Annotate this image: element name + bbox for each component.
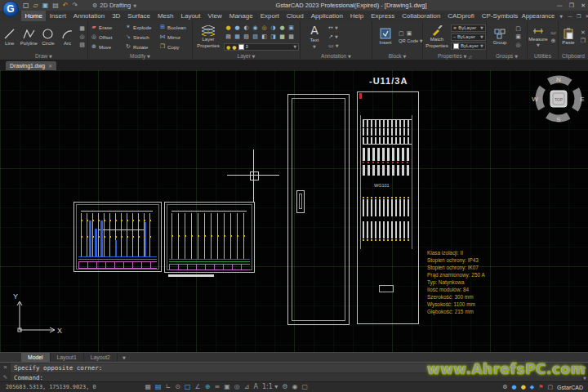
- group-button[interactable]: Group: [489, 21, 510, 52]
- color-select[interactable]: ByLayer ▼: [451, 42, 486, 50]
- module-row-1[interactable]: [363, 148, 412, 161]
- neutral-bus-line[interactable]: [78, 256, 157, 257]
- annotation-scale-control[interactable]: 1:1 ▾: [262, 382, 278, 392]
- blue-feeder-4[interactable]: [115, 240, 117, 257]
- tall-cabinet-outline[interactable]: [287, 94, 350, 325]
- layer-lock-icon[interactable]: ◐: [242, 24, 251, 33]
- layer-isolate-icon[interactable]: ◉: [251, 24, 260, 33]
- group-edit-tool[interactable]: ▣: [513, 33, 523, 40]
- modify-panel-label[interactable]: Modify ▼: [88, 52, 192, 60]
- red-marker[interactable]: [359, 93, 362, 99]
- move-tool[interactable]: ⊕ Move: [88, 42, 122, 51]
- specification-text-block[interactable]: Klasa izolacji: IIStopień ochrony: IP43S…: [427, 249, 485, 315]
- clipboard-panel-label[interactable]: Clipboard: [559, 52, 588, 60]
- block-panel-label[interactable]: Block ▼: [372, 52, 422, 60]
- new-file-icon[interactable]: ▢: [23, 0, 29, 11]
- ground-bus-line[interactable]: [78, 259, 157, 260]
- undo-icon[interactable]: ↶: [63, 0, 69, 11]
- hatch-tool[interactable]: ▨: [77, 42, 87, 48]
- mirror-tool[interactable]: ⋈ Mirror: [157, 32, 191, 42]
- small-component-box[interactable]: [379, 285, 394, 292]
- schematic-panel-b[interactable]: [164, 202, 255, 273]
- close-command-icon[interactable]: ✕: [3, 364, 7, 371]
- ortho-toggle[interactable]: ∟: [166, 382, 172, 392]
- lineweight-toggle[interactable]: ≡: [214, 382, 220, 392]
- compass-north-label[interactable]: N: [556, 76, 561, 83]
- workspace-gear-icon[interactable]: ⚙: [282, 382, 287, 392]
- tab-home[interactable]: Home: [21, 11, 46, 21]
- network-status-icon[interactable]: ◆: [530, 384, 534, 390]
- restore-button[interactable]: ❐: [569, 2, 574, 9]
- tab-express[interactable]: Express: [368, 11, 399, 21]
- qr-code-tool[interactable]: QR Code ▼: [399, 38, 423, 43]
- doc-restore-button[interactable]: ❐: [577, 13, 581, 19]
- indicator-dots-red[interactable]: [363, 162, 412, 163]
- redo-icon[interactable]: ↷: [73, 0, 78, 11]
- compass-east-label[interactable]: E: [580, 96, 584, 103]
- linetype-select[interactable]: ─ ByLayer ▼: [451, 33, 486, 41]
- dimension-bar[interactable]: [168, 274, 214, 277]
- terminal-row-1[interactable]: [363, 199, 412, 216]
- legend-table[interactable]: [78, 261, 157, 269]
- layout2-tab[interactable]: Layout2: [84, 353, 118, 363]
- annotation-panel-label[interactable]: Annotation ▼: [301, 52, 372, 60]
- tab-manage[interactable]: Manage: [225, 11, 256, 21]
- clean-screen-toggle[interactable]: ▢: [302, 382, 309, 392]
- layer-walk-icon[interactable]: ▦: [233, 33, 242, 42]
- tab-3d[interactable]: 3D: [109, 11, 124, 21]
- layer-vpfreeze-icon[interactable]: ◨: [269, 33, 278, 42]
- terminal-dots-yellow-1[interactable]: [363, 197, 412, 198]
- bus-label-text[interactable]: WG101: [374, 183, 390, 188]
- draw-panel-label[interactable]: Draw ▼: [0, 52, 87, 60]
- neutral-bus-line[interactable]: [169, 259, 250, 260]
- layer-new-icon[interactable]: ▩: [287, 33, 296, 42]
- minimize-button[interactable]: —: [557, 2, 563, 9]
- snap-toggle[interactable]: ▦: [145, 382, 152, 392]
- layer-match-icon[interactable]: ▣: [287, 24, 296, 33]
- tab-collaboration[interactable]: Collaboration: [399, 11, 444, 21]
- polar-toggle[interactable]: ⊙: [175, 382, 180, 392]
- tab-surface[interactable]: Surface: [124, 11, 154, 21]
- isolate-objects-toggle[interactable]: ◉: [292, 382, 298, 392]
- view-navigation-compass[interactable]: N E S W TOP: [531, 72, 586, 124]
- copy-clip-tool[interactable]: ❐: [578, 38, 588, 44]
- rotate-tool[interactable]: ↻ Rotate: [122, 42, 157, 51]
- blue-feeder-1[interactable]: [89, 220, 91, 257]
- breaker-row-1[interactable]: [363, 119, 412, 127]
- layer-off-icon[interactable]: ◎: [260, 24, 269, 33]
- breaker-row-3[interactable]: [363, 137, 412, 145]
- layer-copy-icon[interactable]: ◧: [260, 33, 269, 42]
- layer-prev-icon[interactable]: ▤: [224, 33, 233, 42]
- text-tool[interactable]: A Text ▼: [304, 21, 325, 52]
- group-select-tool[interactable]: ◎: [513, 42, 523, 48]
- workspace-switcher[interactable]: ⚙ 2D Drafting ▼: [92, 0, 136, 11]
- hint-bulb-icon[interactable]: ●: [521, 384, 526, 390]
- annotation-visibility-toggle[interactable]: A: [253, 382, 257, 392]
- erase-tool[interactable]: ▰ Erase: [88, 22, 122, 32]
- grid-toggle[interactable]: ▤: [155, 382, 162, 392]
- measure-button[interactable]: Measure ▼: [529, 21, 547, 52]
- blue-feeder-2[interactable]: [95, 229, 97, 257]
- create-block-tool[interactable]: ▢: [399, 30, 404, 37]
- drawing-canvas[interactable]: -U11/3A WG101: [0, 70, 588, 352]
- array-tool[interactable]: ▦: [77, 25, 87, 32]
- copy-tool[interactable]: ❐ Copy: [157, 42, 191, 51]
- layer-freeze-icon[interactable]: ●: [233, 24, 242, 33]
- open-folder-icon[interactable]: ▱: [33, 0, 38, 11]
- doc-tab-drawing1[interactable]: Drawing1.dwg ✕: [6, 61, 56, 70]
- layout-list-dropdown-icon[interactable]: ▼: [118, 355, 131, 360]
- breaker-row-2[interactable]: [363, 128, 412, 136]
- expand-icon[interactable]: ▢: [547, 384, 553, 390]
- cut-tool[interactable]: ✕: [578, 29, 588, 36]
- legend-table[interactable]: [169, 264, 250, 270]
- transparency-toggle[interactable]: ▣: [224, 382, 230, 392]
- osnap-toggle[interactable]: □: [185, 382, 191, 392]
- tab-help[interactable]: Help: [346, 11, 367, 21]
- layer-panel-label[interactable]: Layer ▼: [193, 52, 300, 60]
- paste-button[interactable]: Paste: [560, 21, 577, 52]
- tab-export[interactable]: Export: [256, 11, 283, 21]
- explode-tool[interactable]: ✶ Explode: [122, 22, 157, 32]
- blue-feeder-3[interactable]: [100, 220, 103, 257]
- ground-bus-line[interactable]: [169, 261, 250, 262]
- layer-unlock-icon[interactable]: ●: [278, 24, 287, 33]
